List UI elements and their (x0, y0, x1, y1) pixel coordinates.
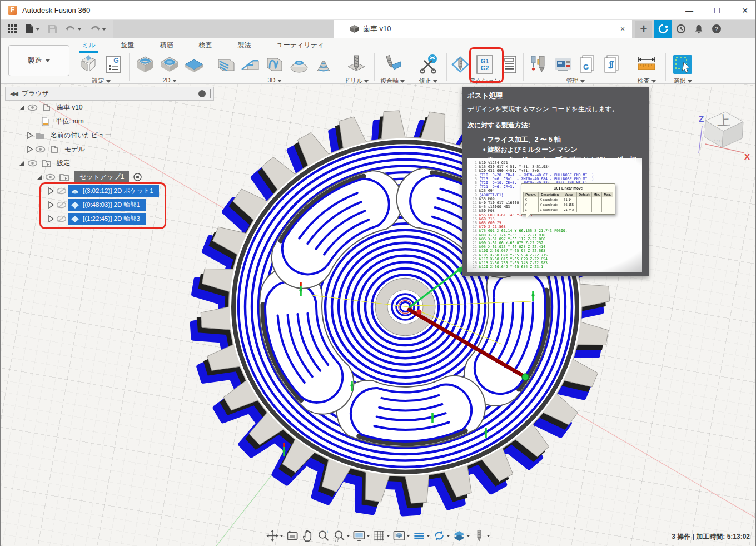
tab-fabrication[interactable]: 製法 (235, 38, 255, 53)
look-at-button[interactable] (286, 529, 300, 543)
display-settings-button[interactable] (352, 529, 371, 543)
3d-spiral-button[interactable] (313, 54, 334, 75)
post-process-button[interactable]: G1G2 (474, 54, 495, 75)
drill-button[interactable] (346, 54, 367, 75)
eye-off-icon[interactable] (56, 186, 67, 196)
2d-pocket-button[interactable] (159, 54, 180, 75)
svg-text:?: ? (715, 26, 719, 32)
group-label-3d[interactable]: 3D (213, 77, 336, 83)
panel-grip[interactable] (210, 89, 212, 98)
eye-off-icon[interactable] (56, 214, 67, 224)
template-library-button[interactable] (601, 54, 623, 75)
close-tab-icon[interactable]: × (618, 24, 628, 33)
help-button[interactable]: ? (708, 20, 725, 38)
setups-folder-icon (41, 158, 52, 168)
title-bar: F Autodesk Fusion 360 — ☐ ✕ (1, 1, 755, 20)
redo-button[interactable] (88, 23, 107, 34)
viewport-canvas[interactable]: ◀◀ ブラウザ − 歯車 v10 単位: mm (1, 84, 755, 546)
expand-icon[interactable] (18, 104, 26, 111)
2d-face-button[interactable] (183, 54, 205, 75)
tree-row-op2[interactable]: [(0:48:03)] 2D 輪郭1 (5, 198, 214, 212)
browser-title: ブラウザ (22, 89, 49, 98)
tree-row-model[interactable]: モデル (5, 142, 214, 156)
new-setup-button[interactable] (78, 54, 100, 75)
collapsed-icon[interactable] (47, 201, 54, 209)
collapsed-icon[interactable] (26, 132, 33, 139)
collapsed-icon[interactable] (26, 146, 33, 153)
setup1-label[interactable]: セットアップ1 (74, 171, 129, 183)
document-tab[interactable]: 歯車 v10 × (334, 20, 632, 38)
workspace-selector[interactable]: 製造 (8, 45, 69, 76)
expand-icon[interactable] (36, 173, 43, 181)
eye-icon[interactable] (45, 172, 56, 182)
tab-mill[interactable]: ミル (78, 38, 99, 53)
status-operations-time: 3 操作 | 加工時間: 5:13:02 (672, 532, 750, 542)
tree-row-settings[interactable]: 設定 (5, 156, 214, 170)
tool-library-button[interactable] (528, 54, 549, 75)
minimize-button[interactable]: — (683, 4, 695, 17)
fusion-logo-icon: F (8, 6, 17, 15)
orbit-button[interactable] (266, 529, 284, 543)
tool-display-button[interactable] (472, 529, 491, 543)
modify-button[interactable] (417, 54, 439, 75)
tree-row-units[interactable]: 単位: mm (5, 115, 214, 128)
nc-program-button[interactable]: G (103, 54, 124, 75)
new-tab-button[interactable]: + (635, 21, 652, 38)
stock-display-button[interactable] (452, 529, 471, 543)
app-grid-button[interactable] (6, 23, 18, 35)
file-menu-button[interactable] (24, 23, 41, 35)
axis-x-label: X (744, 152, 750, 161)
view-cube[interactable]: Z X 上 › › ‹ › (689, 100, 753, 162)
tree-row-setup1[interactable]: セットアップ1 (5, 170, 214, 184)
grid-snap-button[interactable] (372, 529, 391, 543)
close-button[interactable]: ✕ (739, 4, 751, 17)
tree-row-op3[interactable]: [(1:22:45)] 2D 輪郭3 (5, 212, 214, 226)
viewcube-top-label[interactable]: 上 (717, 112, 731, 128)
toolpath-display-button[interactable] (412, 529, 431, 543)
measure-button[interactable] (636, 54, 657, 75)
tree-row-op1[interactable]: [(3:02:12)] 2D ポケット1 (5, 184, 214, 198)
browser-header[interactable]: ◀◀ ブラウザ − (5, 87, 214, 101)
machine-library-button[interactable] (553, 54, 574, 75)
notifications-bell-button[interactable] (690, 20, 708, 38)
3d-parallel-button[interactable] (289, 54, 310, 75)
tab-inspect[interactable]: 検査 (196, 38, 216, 53)
group-label-2d[interactable]: 2D (132, 77, 207, 83)
eye-icon[interactable] (35, 145, 46, 154)
3d-contour-button[interactable] (264, 54, 285, 75)
3d-adaptive-button[interactable] (215, 54, 236, 75)
regenerate-button[interactable] (432, 529, 451, 543)
tab-additive[interactable]: 積層 (157, 38, 177, 53)
eye-off-icon[interactable] (56, 200, 67, 210)
undo-button[interactable] (64, 23, 83, 34)
tab-turning[interactable]: 旋盤 (118, 38, 138, 53)
tooltip-methods-intro: 次に対する製造方法: (467, 121, 643, 130)
post-library-button[interactable]: G (577, 54, 598, 75)
active-setup-radio-icon[interactable] (132, 172, 143, 182)
tab-utilities[interactable]: ユーティリティ (273, 38, 328, 53)
select-button[interactable] (672, 54, 693, 75)
clock-history-button[interactable] (672, 20, 690, 38)
setup-sheet-button[interactable] (499, 54, 520, 75)
viewports-button[interactable] (392, 529, 411, 543)
zoom-button[interactable]: ± (317, 529, 331, 543)
2d-adaptive-button[interactable] (135, 54, 156, 75)
collapsed-icon[interactable] (47, 215, 54, 222)
axis-z-label: Z (699, 114, 704, 123)
hide-all-icon[interactable]: − (198, 90, 206, 97)
tree-row-root[interactable]: 歯車 v10 (5, 101, 214, 115)
tree-row-named-views[interactable]: 名前の付いたビュー (5, 128, 214, 142)
save-button[interactable] (47, 23, 58, 35)
expand-icon[interactable] (18, 160, 26, 167)
job-status-button[interactable] (654, 20, 672, 38)
maximize-button[interactable]: ☐ (711, 4, 723, 17)
collapse-panel-icon[interactable]: ◀◀ (10, 90, 17, 97)
3d-pocket-button[interactable] (240, 54, 261, 75)
eye-icon[interactable] (27, 103, 38, 112)
collapsed-icon[interactable] (47, 187, 54, 195)
zoom-window-button[interactable] (332, 529, 351, 543)
multiaxis-button[interactable] (382, 54, 403, 75)
eye-icon[interactable] (27, 158, 38, 168)
pan-button[interactable] (301, 529, 315, 543)
simulate-button[interactable] (450, 54, 471, 75)
